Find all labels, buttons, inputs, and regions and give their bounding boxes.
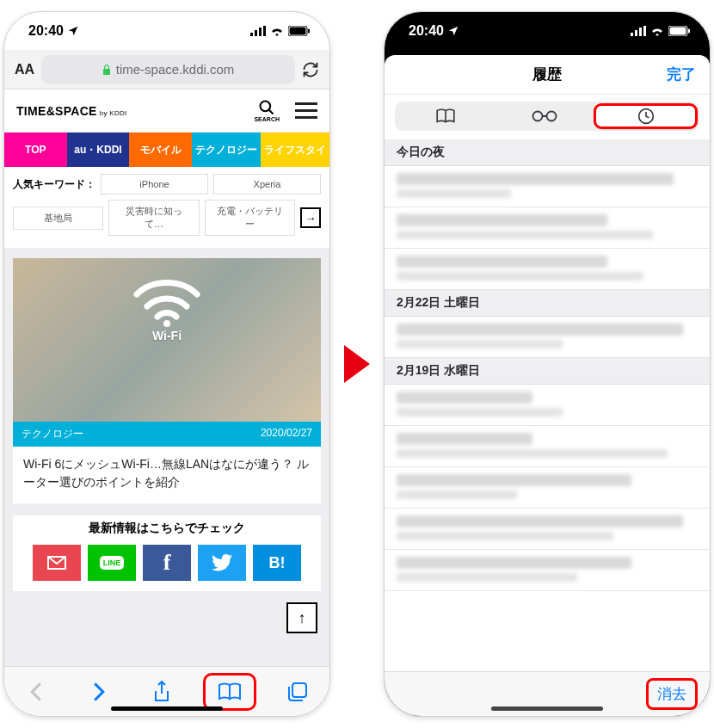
search-button[interactable]: SEARCH: [254, 99, 280, 122]
social-mail-button[interactable]: [33, 545, 81, 581]
article-date: 2020/02/27: [261, 427, 312, 441]
category-tab[interactable]: モバイル: [129, 133, 192, 167]
segmented-control: [395, 102, 699, 131]
svg-rect-16: [688, 29, 690, 34]
home-indicator[interactable]: [111, 706, 223, 711]
svg-point-18: [547, 112, 557, 121]
category-tab[interactable]: テクノロジー: [192, 133, 261, 167]
article-card[interactable]: Wi-Fi テクノロジー 2020/02/27 Wi-Fi 6にメッシュWi-F…: [13, 258, 321, 503]
text-size-button[interactable]: AA: [15, 62, 34, 77]
history-item[interactable]: [385, 317, 710, 358]
site-header: TIME&SPACEby KDDI SEARCH: [4, 89, 329, 133]
social-twitter-button[interactable]: [198, 545, 246, 581]
history-section-header: 2月19日 水曜日: [385, 358, 710, 385]
battery-icon: [288, 26, 311, 36]
seg-bookmarks[interactable]: [397, 103, 495, 129]
lock-icon: [102, 65, 111, 75]
wifi-large-icon: [128, 274, 206, 329]
status-time: 20:40: [28, 23, 64, 39]
content-area[interactable]: Wi-Fi テクノロジー 2020/02/27 Wi-Fi 6にメッシュWi-F…: [4, 248, 329, 666]
history-list[interactable]: 今日の夜 2月22日 土曜日 2月19日 水曜日: [385, 139, 710, 671]
notch: [94, 12, 240, 36]
svg-point-17: [533, 112, 543, 121]
clear-button[interactable]: 消去: [646, 678, 698, 710]
social-facebook-button[interactable]: f: [143, 545, 191, 581]
svg-point-8: [163, 320, 170, 327]
url-text: time-space.kddi.com: [116, 62, 235, 77]
book-icon: [218, 682, 242, 702]
status-time: 20:40: [409, 23, 444, 39]
url-field[interactable]: time-space.kddi.com: [41, 55, 295, 84]
history-section-header: 今日の夜: [385, 139, 710, 166]
history-item[interactable]: [385, 207, 710, 249]
share-button[interactable]: [140, 675, 183, 709]
svg-rect-2: [259, 28, 262, 36]
back-button[interactable]: [15, 675, 58, 709]
reload-icon[interactable]: [302, 61, 319, 78]
svg-rect-9: [292, 683, 306, 697]
svg-rect-11: [635, 30, 637, 36]
category-tab[interactable]: TOP: [4, 133, 67, 167]
notch: [474, 12, 620, 36]
phone-left: 20:40 AA time-space.kddi.com TIME&SPACEb…: [3, 11, 330, 717]
category-tab[interactable]: au・KDDI: [67, 133, 130, 167]
social-title: 最新情報はこちらでチェック: [22, 521, 312, 536]
history-item[interactable]: [385, 467, 710, 509]
social-hatena-button[interactable]: B!: [253, 545, 301, 581]
search-icon: [258, 99, 275, 116]
history-item[interactable]: [385, 550, 710, 591]
keyword-chip[interactable]: 充電・バッテリー: [205, 200, 295, 236]
url-bar: AA time-space.kddi.com: [4, 50, 329, 89]
keywords-more-button[interactable]: →: [300, 207, 321, 228]
seg-reading-list[interactable]: [495, 103, 594, 129]
home-indicator[interactable]: [491, 706, 603, 711]
seg-history[interactable]: [594, 103, 698, 129]
article-title: Wi-Fi 6にメッシュWi-Fi…無線LANはなにが違う？ ルーター選びのポイ…: [13, 447, 321, 503]
svg-rect-5: [290, 28, 306, 35]
keyword-chip[interactable]: iPhone: [101, 174, 208, 194]
social-section: 最新情報はこちらでチェック LINEfB!: [13, 515, 321, 591]
history-item[interactable]: [385, 385, 710, 426]
clock-icon: [637, 108, 655, 125]
history-item[interactable]: [385, 166, 710, 207]
history-item[interactable]: [385, 426, 710, 467]
menu-button[interactable]: [295, 102, 317, 119]
category-tabs: TOPau・KDDIモバイルテクノロジーライフスタイ: [4, 133, 329, 167]
bookmarks-button[interactable]: [203, 673, 256, 711]
category-tab[interactable]: ライフスタイ: [261, 133, 329, 167]
battery-icon: [668, 26, 691, 36]
history-section-header: 2月22日 土曜日: [385, 290, 710, 317]
social-line-button[interactable]: LINE: [88, 545, 136, 581]
article-meta: テクノロジー 2020/02/27: [13, 422, 321, 447]
signal-icon: [631, 26, 646, 36]
article-category: テクノロジー: [22, 427, 83, 441]
keyword-chip[interactable]: Xperia: [213, 174, 321, 194]
location-icon: [447, 25, 459, 37]
glasses-icon: [532, 110, 557, 122]
scroll-top-button[interactable]: ↑: [286, 602, 317, 633]
done-button[interactable]: 完了: [667, 65, 696, 84]
keyword-chip[interactable]: 災害時に知って…: [108, 200, 199, 236]
svg-rect-15: [670, 28, 686, 35]
signal-icon: [250, 26, 266, 36]
svg-rect-1: [255, 30, 257, 36]
history-item[interactable]: [385, 249, 710, 290]
svg-rect-0: [250, 33, 253, 36]
bookmarks-sheet: 履歴 完了 今日の夜 2月22日 土曜日 2月19日 水曜日 消: [385, 55, 710, 716]
transition-arrow-icon: [344, 345, 370, 383]
keywords-label: 人気キーワード：: [13, 177, 95, 192]
location-icon: [67, 25, 79, 37]
sheet-title: 履歴: [532, 65, 562, 84]
wifi-icon: [650, 26, 664, 36]
site-logo[interactable]: TIME&SPACEby KDDI: [16, 104, 127, 118]
phone-right: 20:40 履歴 完了 今日の夜 2月22日 土曜日: [384, 11, 711, 717]
tabs-button[interactable]: [276, 675, 319, 709]
keywords-section: 人気キーワード： iPhone Xperia 基地局 災害時に知って… 充電・バ…: [4, 167, 329, 248]
svg-rect-12: [639, 28, 642, 36]
svg-rect-13: [643, 26, 646, 36]
sheet-header: 履歴 完了: [385, 55, 710, 95]
history-item[interactable]: [385, 509, 710, 550]
forward-button[interactable]: [77, 675, 120, 709]
keyword-chip[interactable]: 基地局: [13, 207, 103, 230]
svg-rect-6: [308, 29, 310, 34]
